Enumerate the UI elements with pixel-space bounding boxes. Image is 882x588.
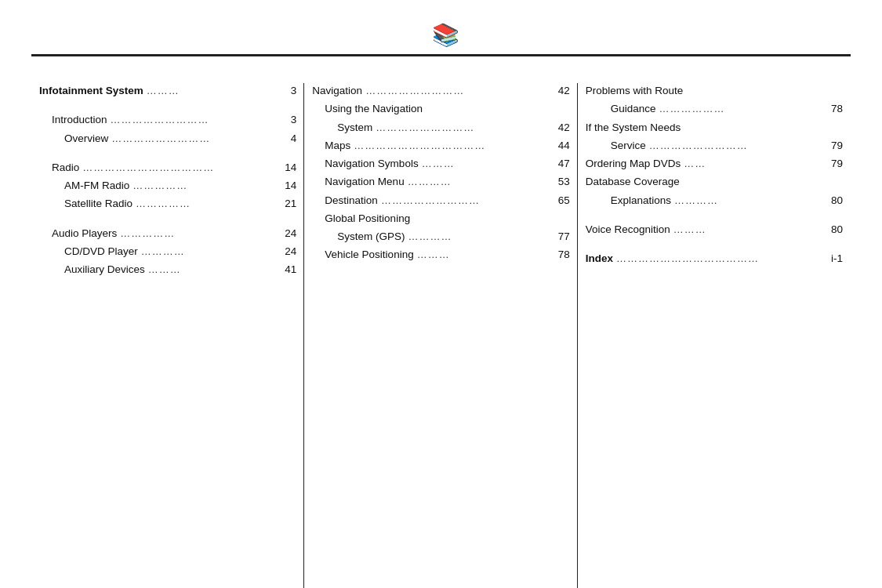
toc-entry-orderingmap: Ordering Map DVDs ……79 [586, 156, 843, 172]
toc-dots-auxiliary: ……… [148, 262, 274, 278]
toc-container: Infotainment System ………3Introduction ………… [31, 75, 851, 588]
toc-page-system: 42 [550, 120, 570, 136]
toc-page-destination: 65 [550, 193, 570, 209]
toc-dots-index: ………………………………… [616, 251, 819, 267]
book-icon: 📚 [432, 22, 460, 48]
toc-entry-index: Index …………………………………i-1 [586, 251, 843, 267]
toc-entry-auxiliary: Auxiliary Devices ………41 [39, 262, 296, 278]
toc-entry-satellite: Satellite Radio ……………21 [39, 196, 296, 212]
toc-page-orderingmap: 79 [822, 156, 843, 172]
toc-dots-infotainment: ……… [147, 83, 274, 99]
toc-dots-navsymbols: ……… [422, 156, 546, 172]
toc-title-guidance: Guidance [611, 101, 656, 117]
toc-title-infotainment: Infotainment System [39, 83, 143, 99]
toc-entry-dbcoverage: Database Coverage [586, 174, 843, 190]
toc-page-voicerecog: 80 [822, 222, 843, 238]
toc-entry-navigation: Navigation ………………………42 [312, 83, 569, 99]
toc-title-globalpositioning: Global Positioning [325, 211, 410, 227]
toc-page-auxiliary: 41 [276, 262, 296, 278]
toc-page-radio: 14 [276, 160, 296, 176]
toc-dots-satellite: …………… [136, 196, 273, 212]
toc-page-cddvd: 24 [276, 244, 296, 260]
toc-page-audioplayers: 24 [276, 226, 296, 241]
toc-entry-destination: Destination ………………………65 [312, 193, 569, 209]
toc-entry-audioplayers: Audio Players ……………24 [39, 226, 296, 241]
toc-entry-voicerecog: Voice Recognition ………80 [586, 222, 843, 238]
toc-gap [586, 240, 843, 251]
toc-dots-guidance: ……………… [659, 101, 819, 117]
toc-dots-radio: ……………………………… [82, 160, 273, 176]
toc-page-maps: 44 [550, 138, 570, 154]
toc-entry-globalpositioning: Global Positioning [312, 211, 569, 227]
toc-title-usingnav: Using the Navigation [325, 101, 423, 117]
toc-dots-destination: ……………………… [381, 193, 546, 209]
toc-page-index: i-1 [822, 251, 843, 267]
toc-entry-system: System ………………………42 [312, 120, 569, 136]
toc-dots-system: ……………………… [376, 120, 546, 136]
toc-page-overview: 4 [276, 131, 296, 147]
toc-dots-explanations: ………… [674, 193, 819, 209]
toc-entry-guidance: Guidance ………………78 [586, 101, 843, 117]
toc-title-navmenu: Navigation Menu [325, 174, 404, 190]
toc-title-service: Service [611, 138, 646, 154]
toc-entry-usingnav: Using the Navigation [312, 101, 569, 117]
toc-entry-introduction: Introduction ………………………3 [39, 112, 296, 128]
toc-title-audioplayers: Audio Players [52, 226, 117, 241]
toc-title-index: Index [586, 251, 613, 267]
toc-title-auxiliary: Auxiliary Devices [64, 262, 145, 278]
toc-dots-orderingmap: …… [684, 156, 819, 172]
toc-page-guidance: 78 [822, 101, 843, 117]
toc-dots-amfm: …………… [132, 178, 273, 194]
toc-title-explanations: Explanations [611, 193, 671, 209]
toc-dots-overview: ……………………… [111, 131, 273, 147]
toc-page-amfm: 14 [276, 178, 296, 194]
toc-title-overview: Overview [64, 131, 108, 147]
toc-dots-vehiclepositioning: ……… [417, 247, 546, 263]
toc-entry-problemsroute: Problems with Route [586, 83, 843, 99]
toc-entry-systemneeds: If the System Needs [586, 120, 843, 136]
toc-dots-voicerecog: ……… [673, 222, 819, 238]
toc-dots-cddvd: ………… [141, 244, 274, 260]
toc-page-explanations: 80 [822, 193, 843, 209]
toc-entry-explanations: Explanations …………80 [586, 193, 843, 209]
page: 📚 Infotainment System ………3Introduction …… [0, 0, 882, 588]
toc-title-vehiclepositioning: Vehicle Positioning [325, 247, 413, 263]
toc-entry-amfm: AM-FM Radio ……………14 [39, 178, 296, 194]
toc-entry-navsymbols: Navigation Symbols ………47 [312, 156, 569, 172]
toc-title-gps: System (GPS) [337, 229, 405, 245]
toc-title-navigation: Navigation [312, 83, 362, 99]
toc-dots-audioplayers: …………… [120, 226, 273, 241]
toc-page-satellite: 21 [276, 196, 296, 212]
toc-title-introduction: Introduction [52, 112, 107, 128]
toc-page-navigation: 42 [550, 83, 570, 99]
toc-entry-overview: Overview ………………………4 [39, 131, 296, 147]
toc-gap [39, 149, 296, 160]
toc-dots-navmenu: ………… [408, 174, 546, 190]
toc-dots-introduction: ……………………… [111, 112, 274, 128]
toc-entry-service: Service ………………………79 [586, 138, 843, 154]
toc-page-service: 79 [822, 138, 843, 154]
toc-title-system: System [337, 120, 372, 136]
toc-entry-cddvd: CD/DVD Player …………24 [39, 244, 296, 260]
toc-column-1: Infotainment System ………3Introduction ………… [31, 83, 304, 588]
toc-column-2: Navigation ………………………42Using the Navigati… [304, 83, 577, 588]
toc-dots-navigation: ……………………… [365, 83, 546, 99]
header-divider [31, 54, 851, 56]
toc-page-gps: 77 [550, 229, 570, 245]
toc-entry-gps: System (GPS) …………77 [312, 229, 569, 245]
toc-title-problemsroute: Problems with Route [586, 83, 684, 99]
toc-title-satellite: Satellite Radio [64, 196, 132, 212]
toc-dots-maps: ……………………………… [354, 138, 546, 154]
toc-column-3: Problems with RouteGuidance ………………78If t… [578, 83, 851, 588]
toc-page-vehiclepositioning: 78 [550, 247, 570, 263]
toc-title-maps: Maps [325, 138, 350, 154]
toc-title-dbcoverage: Database Coverage [586, 174, 680, 190]
toc-dots-gps: ………… [408, 229, 546, 245]
toc-page-navmenu: 53 [550, 174, 570, 190]
toc-dots-service: ……………………… [649, 138, 819, 154]
toc-title-destination: Destination [325, 193, 378, 209]
toc-entry-navmenu: Navigation Menu …………53 [312, 174, 569, 190]
toc-gap [586, 211, 843, 222]
toc-title-amfm: AM-FM Radio [64, 178, 129, 194]
toc-page-introduction: 3 [276, 112, 296, 128]
